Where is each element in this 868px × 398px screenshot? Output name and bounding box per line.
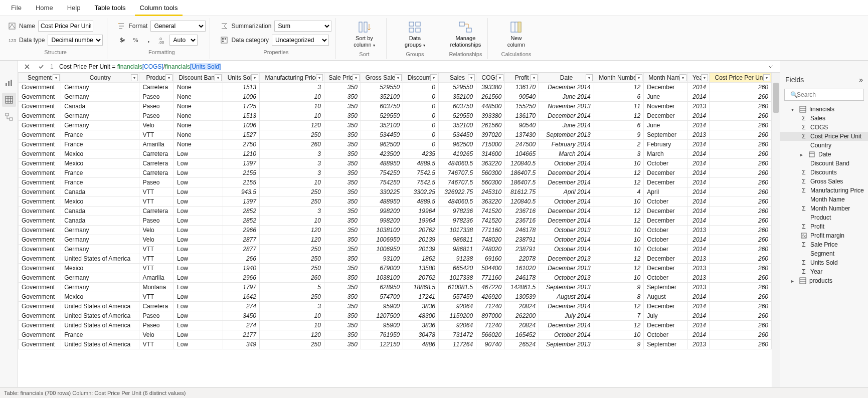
table-cell[interactable]: December: [644, 178, 688, 187]
table-cell[interactable]: Government: [19, 92, 61, 102]
table-cell[interactable]: 247500: [505, 140, 539, 149]
table-cell[interactable]: 603750: [438, 102, 476, 111]
table-row[interactable]: GovernmentUnited States of AmericaPaseoL…: [19, 321, 772, 330]
table-cell[interactable]: December: [644, 264, 688, 273]
table-cell[interactable]: 2013: [688, 130, 710, 140]
table-cell[interactable]: 2013: [688, 264, 710, 273]
table-cell[interactable]: 350: [324, 168, 361, 178]
new-column-button[interactable]: New column: [498, 18, 534, 50]
table-cell[interactable]: October: [644, 197, 688, 207]
table-cell[interactable]: 2014: [688, 311, 710, 321]
table-row[interactable]: GovernmentFranceCarreteraLow215533507542…: [19, 168, 772, 178]
column-header[interactable]: Date▾: [539, 73, 594, 83]
table-cell[interactable]: 426920: [476, 292, 505, 302]
table-cell[interactable]: Government: [19, 130, 61, 140]
table-cell[interactable]: 771160: [476, 226, 505, 235]
table-cell[interactable]: 628950: [361, 283, 403, 292]
table-cell[interactable]: 0: [403, 121, 439, 130]
table-cell[interactable]: 3836: [403, 321, 439, 330]
table-cell[interactable]: Government: [19, 168, 61, 178]
fields-table-item[interactable]: ▸products: [780, 276, 868, 285]
table-cell[interactable]: 1006950: [361, 235, 403, 245]
table-cell[interactable]: 260: [259, 140, 324, 149]
table-cell[interactable]: 314600: [476, 149, 505, 159]
table-cell[interactable]: Mexico: [61, 149, 139, 159]
table-cell[interactable]: August 2014: [539, 292, 594, 302]
table-cell[interactable]: Government: [19, 178, 61, 187]
table-cell[interactable]: 3: [259, 149, 324, 159]
table-cell[interactable]: September: [644, 340, 688, 349]
table-cell[interactable]: 2014: [688, 140, 710, 149]
table-row[interactable]: GovernmentMexicoCarreteraLow121033504235…: [19, 149, 772, 159]
table-cell[interactable]: 260: [709, 302, 771, 311]
table-cell[interactable]: 120: [259, 226, 324, 235]
table-cell[interactable]: 363220: [476, 159, 505, 168]
fields-field-item[interactable]: Segment: [780, 249, 868, 258]
tab-file[interactable]: File: [4, 0, 29, 16]
table-cell[interactable]: June 2014: [539, 121, 594, 130]
table-cell[interactable]: 350: [324, 178, 361, 187]
table-cell[interactable]: 448500: [476, 102, 505, 111]
table-cell[interactable]: 2014: [688, 197, 710, 207]
table-cell[interactable]: 10: [594, 273, 644, 283]
table-row[interactable]: GovernmentGermanyCarreteraNone1513335052…: [19, 83, 772, 92]
table-cell[interactable]: December: [644, 254, 688, 264]
table-cell[interactable]: Government: [19, 207, 61, 216]
table-cell[interactable]: 6: [594, 92, 644, 102]
table-cell[interactable]: VTT: [139, 245, 174, 254]
table-cell[interactable]: 17241: [403, 292, 439, 302]
table-cell[interactable]: None: [173, 111, 223, 121]
table-cell[interactable]: 260: [709, 159, 771, 168]
table-row[interactable]: GovernmentCanadaPaseoLow2852103509982001…: [19, 216, 772, 226]
table-cell[interactable]: 161020: [505, 264, 539, 273]
table-cell[interactable]: VTT: [139, 340, 174, 349]
table-cell[interactable]: Mexico: [61, 292, 139, 302]
column-name-input[interactable]: [38, 21, 93, 32]
table-cell[interactable]: 1006: [223, 92, 260, 102]
table-cell[interactable]: 330225: [361, 187, 403, 197]
table-cell[interactable]: Low: [173, 197, 223, 207]
table-cell[interactable]: 0: [403, 111, 439, 121]
table-cell[interactable]: 250: [259, 187, 324, 197]
table-cell[interactable]: 419265: [438, 149, 476, 159]
table-cell[interactable]: Paseo: [139, 102, 174, 111]
table-cell[interactable]: 69160: [476, 254, 505, 264]
table-cell[interactable]: Canada: [61, 102, 139, 111]
table-cell[interactable]: 2014: [688, 235, 710, 245]
table-cell[interactable]: 350: [324, 245, 361, 254]
table-cell[interactable]: September: [644, 283, 688, 292]
sort-by-column-button[interactable]: Sort by column ▾: [346, 18, 382, 50]
table-cell[interactable]: 18868.5: [403, 283, 439, 292]
table-cell[interactable]: 2013: [688, 102, 710, 111]
table-cell[interactable]: 0: [403, 140, 439, 149]
table-row[interactable]: GovernmentUnited States of AmericaVTTLow…: [19, 340, 772, 349]
table-cell[interactable]: 260: [709, 187, 771, 197]
table-cell[interactable]: December 2014: [539, 216, 594, 226]
table-cell[interactable]: 350: [324, 121, 361, 130]
table-cell[interactable]: Canada: [61, 187, 139, 197]
table-cell[interactable]: Low: [173, 149, 223, 159]
table-cell[interactable]: December 2014: [539, 178, 594, 187]
table-cell[interactable]: 130539: [505, 292, 539, 302]
table-cell[interactable]: April 2014: [539, 187, 594, 197]
table-cell[interactable]: 326922.75: [438, 187, 476, 197]
report-view-button[interactable]: [2, 76, 16, 90]
table-cell[interactable]: 1642: [223, 292, 260, 302]
table-cell[interactable]: 962500: [438, 140, 476, 149]
table-cell[interactable]: 350: [324, 159, 361, 168]
table-cell[interactable]: 665420: [438, 264, 476, 273]
fields-field-item[interactable]: ΣSales: [780, 114, 868, 123]
table-cell[interactable]: 4235: [403, 149, 439, 159]
table-row[interactable]: GovernmentMexicoCarreteraLow139733504889…: [19, 159, 772, 168]
filter-dropdown-icon[interactable]: ▾: [251, 74, 258, 81]
table-cell[interactable]: December 2014: [539, 321, 594, 330]
table-cell[interactable]: 260: [709, 292, 771, 302]
column-header[interactable]: Profit▾: [505, 73, 539, 83]
table-cell[interactable]: March 2014: [539, 149, 594, 159]
table-cell[interactable]: Government: [19, 111, 61, 121]
table-cell[interactable]: 10: [259, 102, 324, 111]
fields-field-item[interactable]: Discount Band: [780, 159, 868, 168]
table-cell[interactable]: June: [644, 92, 688, 102]
table-cell[interactable]: 136170: [505, 111, 539, 121]
table-cell[interactable]: 2014: [688, 330, 710, 340]
